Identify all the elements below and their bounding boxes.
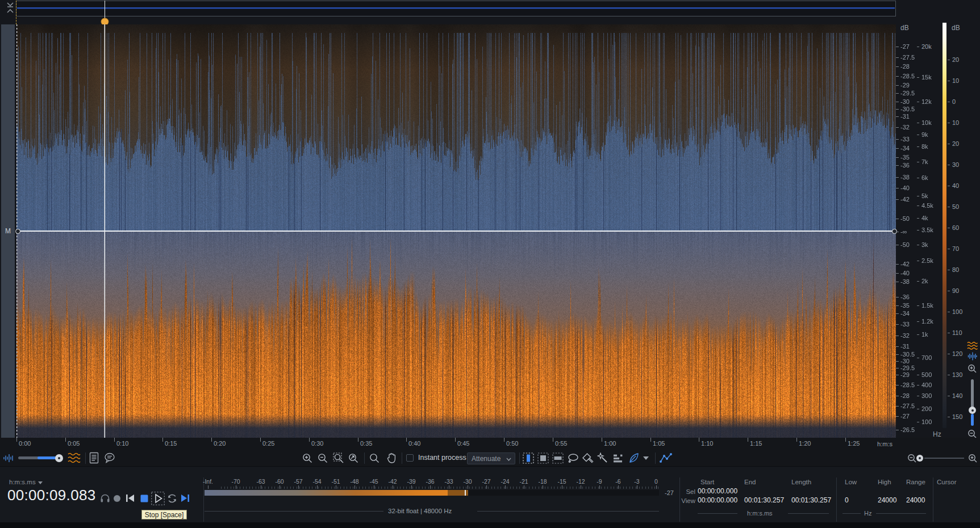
meter-scale-label: -9 [591,478,607,485]
amp-tick [896,297,899,297]
window-bottom-strip [0,522,980,528]
colorbar-tick-label: 120 [952,350,962,357]
freq-tick [917,218,919,219]
meter-minor-tick [472,487,473,489]
freq-tick [917,123,919,123]
lasso-tool-icon[interactable] [568,453,579,463]
select-frequency-tool-icon[interactable] [552,452,564,464]
waveform-zoom-icon[interactable] [3,454,14,463]
select-time-frequency-tool-icon[interactable] [537,452,549,464]
meter-minor-tick [476,487,476,489]
time-format-label[interactable]: h:m:s.ms [9,479,36,485]
freq-tick [917,206,919,206]
session-notes-icon[interactable] [89,452,99,464]
magic-wand-tool-icon[interactable] [597,452,608,464]
meter-minor-tick [309,487,310,489]
hzoom-in-icon[interactable] [968,454,978,463]
colorbar-tick-label: 80 [952,266,959,273]
hzoom-out-icon[interactable] [907,454,917,463]
hand-tool-icon[interactable] [386,452,397,464]
adjustment-lists-icon[interactable] [613,453,624,463]
meter-scale-label: -45 [366,478,382,485]
balance-slider-knob[interactable] [55,454,63,462]
go-to-end-button[interactable] [181,494,190,502]
zoom-to-selection-icon[interactable] [333,452,345,464]
freq-tick [917,261,919,261]
vertical-zoom-slider-knob[interactable] [969,407,976,414]
gain-line[interactable] [16,231,896,232]
colorbar-tick [948,375,950,375]
loop-button[interactable] [167,493,177,504]
record-button[interactable] [113,495,121,502]
monitor-icon[interactable] [100,493,110,503]
amp-tick-label: -33 [900,321,910,328]
hzoom-slider-track[interactable] [924,458,964,459]
brush-tool-icon[interactable] [582,452,594,464]
overview-strip[interactable] [16,1,896,16]
amp-tick [896,416,899,417]
spectrogram-colorbar[interactable] [943,23,946,428]
amp-tick-label: -50 [900,241,910,248]
meter-minor-tick [353,487,353,489]
zoom-out-time-icon[interactable] [318,453,328,464]
meter-scale-label: -Inf. [200,478,216,485]
ruler-tick [114,438,115,442]
freq-tick-label: 1k [921,331,928,338]
stop-button[interactable] [140,495,148,502]
spectrogram-settings-icon[interactable] [67,452,81,464]
meter-major-tick [618,485,619,489]
meter-minor-tick [539,487,539,489]
vertical-zoom-in-icon[interactable] [968,364,977,374]
select-time-tool-icon[interactable] [523,452,534,464]
meter-minor-tick [397,487,398,489]
meter-minor-tick [268,487,269,489]
comments-icon[interactable] [104,452,115,463]
ruler-tick-label: 0:05 [68,440,80,447]
meter-minor-tick [453,487,454,489]
meter-scale-label: -48 [347,478,362,485]
gain-line-left-handle[interactable] [15,229,20,234]
meter-minor-tick [491,487,492,489]
colorbar-tick-label: 70 [952,245,959,252]
view-length-value: 00:01:30.257 [791,497,831,504]
meter-minor-tick [297,487,297,489]
module-selector-dropdown[interactable]: Attenuate [467,452,515,464]
waveform-view-icon[interactable] [968,352,977,361]
magnify-tool-icon[interactable] [369,453,380,464]
hzoom-slider-knob[interactable] [916,455,923,462]
spectrogram-view-icon[interactable] [967,341,978,350]
zoom-in-time-icon[interactable] [302,453,313,464]
time-ruler[interactable]: 0:000:050:100:150:200:250:300:350:400:45… [0,438,980,450]
meter-scale-label: -57 [290,478,306,485]
meter-minor-tick [573,487,573,489]
format-divider-left [205,511,383,512]
amp-tick [896,102,899,102]
meter-minor-tick [642,487,643,489]
ruler-tick [650,438,651,442]
feather-dropdown-icon[interactable] [643,456,649,460]
collapse-overview-icon[interactable] [5,1,15,15]
meter-minor-tick [510,487,511,489]
meter-minor-tick [274,487,275,489]
play-button[interactable] [151,492,165,505]
amp-tick [896,157,899,158]
ruler-tick [748,438,748,442]
meter-minor-tick [231,487,231,489]
vertical-zoom-slider-track[interactable] [971,379,974,408]
ruler-tick-label: 1:00 [604,440,616,447]
time-format-dropdown-icon[interactable] [37,481,43,485]
meter-minor-tick [504,487,504,489]
meter-minor-tick [466,487,466,489]
instant-process-checkbox[interactable] [406,454,414,462]
meter-minor-tick [347,487,347,489]
gain-envelope-icon[interactable] [660,452,672,464]
ruler-tick-label: 1:25 [848,440,860,447]
meter-minor-tick [362,487,363,489]
meter-major-tick [280,485,280,489]
meter-minor-tick [485,487,486,489]
meter-minor-tick [626,487,627,489]
feather-edges-icon[interactable] [628,452,640,464]
zoom-reset-icon[interactable] [348,453,359,464]
instant-process-label[interactable]: Instant process [418,454,466,461]
go-to-start-button[interactable] [126,494,135,502]
